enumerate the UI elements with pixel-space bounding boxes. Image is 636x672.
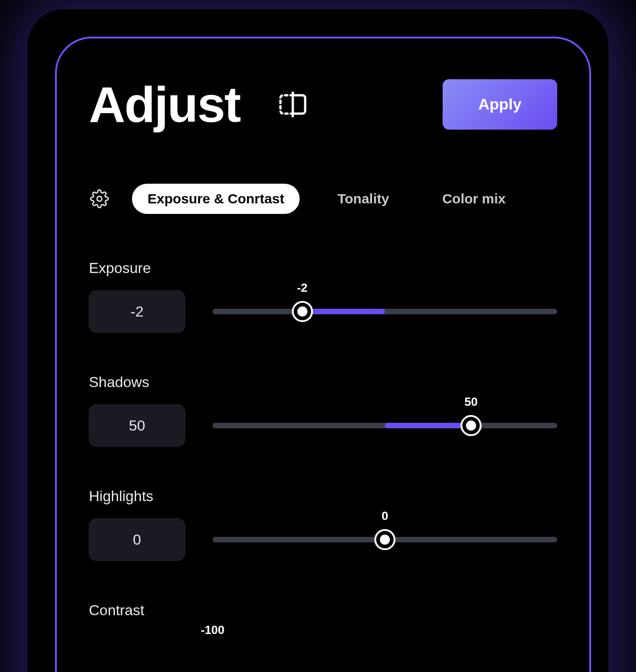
device-frame: Adjust Apply Exposure & bbox=[55, 37, 591, 672]
tab-color-mix[interactable]: Color mix bbox=[427, 184, 521, 214]
controls-list: Exposure -2 -2 Shadows 50 bbox=[89, 260, 557, 672]
exposure-slider[interactable]: -2 bbox=[213, 298, 557, 325]
control-shadows: Shadows 50 50 bbox=[89, 374, 557, 447]
shadows-slider[interactable]: 50 bbox=[213, 412, 557, 439]
slider-thumb[interactable] bbox=[376, 531, 394, 548]
gear-icon[interactable] bbox=[89, 188, 110, 209]
slider-thumb-label: -100 bbox=[201, 623, 225, 637]
compare-split-icon[interactable] bbox=[277, 88, 309, 120]
slider-thumb-label: -2 bbox=[297, 281, 307, 295]
slider-fill bbox=[385, 423, 471, 428]
control-contrast: Contrast -100 -100 bbox=[89, 602, 557, 672]
control-highlights: Highlights 0 0 bbox=[89, 488, 557, 561]
slider-thumb[interactable] bbox=[462, 417, 480, 434]
page-title: Adjust bbox=[89, 75, 240, 133]
svg-point-1 bbox=[97, 197, 102, 202]
contrast-slider[interactable]: -100 bbox=[213, 640, 557, 667]
shadows-value-input[interactable]: 50 bbox=[89, 404, 185, 447]
tab-exposure-contrast[interactable]: Exposure & Conrtast bbox=[132, 184, 300, 214]
slider-thumb[interactable] bbox=[294, 303, 311, 320]
control-label: Exposure bbox=[89, 260, 557, 277]
tab-tonality[interactable]: Tonality bbox=[322, 184, 405, 214]
slider-thumb-label: 50 bbox=[465, 395, 478, 409]
control-label: Shadows bbox=[89, 374, 557, 391]
tabs-row: Exposure & Conrtast Tonality Color mix V… bbox=[89, 184, 557, 214]
highlights-value-input[interactable]: 0 bbox=[89, 519, 185, 561]
highlights-slider[interactable]: 0 bbox=[213, 526, 557, 553]
tab-vignette[interactable]: Vignette bbox=[543, 184, 557, 214]
apply-button[interactable]: Apply bbox=[443, 79, 557, 130]
slider-thumb-label: 0 bbox=[382, 509, 388, 523]
control-label: Highlights bbox=[89, 488, 557, 505]
control-exposure: Exposure -2 -2 bbox=[89, 260, 557, 333]
slider-track bbox=[213, 309, 557, 314]
exposure-value-input[interactable]: -2 bbox=[89, 290, 185, 333]
header: Adjust Apply bbox=[89, 75, 557, 133]
control-label: Contrast bbox=[89, 602, 557, 619]
slider-fill bbox=[302, 309, 385, 314]
